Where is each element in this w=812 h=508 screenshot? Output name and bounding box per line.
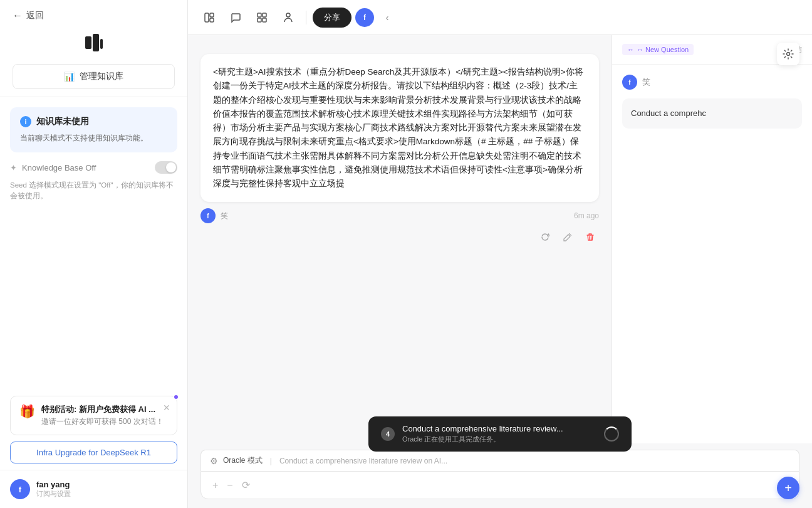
refresh-icon bbox=[541, 233, 549, 241]
main-content: 分享 f ‹ <研究主题>AI搜索技术（重点分析Deep Search及其开源版… bbox=[188, 0, 812, 508]
kb-toggle-switch[interactable] bbox=[155, 161, 177, 174]
user-subtitle: 订阅与设置 bbox=[36, 489, 177, 499]
back-label: 返回 bbox=[26, 10, 44, 21]
progress-toast: 4 Conduct a comprehensive literature rev… bbox=[368, 416, 632, 452]
manage-kb-button[interactable]: 📊 管理知识库 bbox=[13, 64, 175, 89]
svg-rect-9 bbox=[263, 18, 266, 22]
kb-notice-card: i 知识库未使用 当前聊天模式不支持使用知识库功能。 bbox=[10, 107, 177, 152]
promo-icon: 🎁 bbox=[19, 404, 35, 419]
message-user-avatar: f bbox=[200, 208, 216, 223]
manage-kb-label: 管理知识库 bbox=[80, 71, 123, 82]
chat-icon bbox=[230, 12, 241, 23]
toolbar-divider bbox=[306, 11, 306, 24]
logo-area bbox=[13, 31, 175, 54]
sidebar-bottom: f fan yang 订阅与设置 bbox=[0, 470, 187, 508]
settings-icon bbox=[783, 48, 794, 60]
toast-content: Conduct a comprehensive literature revie… bbox=[402, 424, 596, 444]
edit-icon bbox=[563, 233, 572, 241]
svg-rect-3 bbox=[205, 13, 209, 22]
user-name: fan yang bbox=[36, 480, 177, 489]
bottom-bar: ⚙ Oracle 模式 | Conduct a comprehensive li… bbox=[188, 443, 812, 508]
promo-card: 🎁 特别活动: 新用户免费获得 AI ... 邀请一位好友即可获得 500 次对… bbox=[10, 396, 177, 435]
back-button[interactable]: ← 返回 bbox=[13, 10, 175, 21]
upgrade-button[interactable]: Infra Upgrade for DeepSeek R1 bbox=[10, 442, 177, 463]
layout-icon-button[interactable] bbox=[198, 6, 221, 29]
person-icon-button[interactable] bbox=[277, 6, 299, 29]
input-actions-left: + − ⟳ bbox=[210, 478, 252, 492]
toast-spinner bbox=[604, 426, 619, 442]
toast-subtitle: Oracle 正在使用工具完成任务。 bbox=[402, 435, 596, 444]
chat-messages: <研究主题>AI搜索技术（重点分析Deep Search及其开源版本）</研究主… bbox=[200, 54, 599, 261]
message-actions bbox=[200, 228, 599, 246]
chat-icon-button[interactable] bbox=[224, 6, 247, 29]
message-content: <研究主题>AI搜索技术（重点分析Deep Search及其开源版本）</研究主… bbox=[213, 67, 583, 188]
refresh-input-button[interactable]: ⟳ bbox=[239, 478, 252, 492]
kb-toggle-row: ✦ Knowledge Base Off bbox=[0, 152, 187, 174]
toast-number: 4 bbox=[381, 427, 395, 441]
right-panel: ↔ ↔ New Question 结 f 笑 Conduct a compreh… bbox=[612, 35, 812, 508]
sidebar-top: ← 返回 📊 管理知识库 bbox=[0, 0, 187, 97]
kb-notice-desc: 当前聊天模式不支持使用知识库功能。 bbox=[20, 132, 167, 144]
right-panel-body: f 笑 Conduct a comprehc bbox=[612, 65, 812, 508]
sidebar-middle bbox=[0, 202, 187, 386]
user-avatar: f bbox=[10, 479, 30, 499]
svg-rect-1 bbox=[93, 34, 99, 51]
user-message-bubble: <研究主题>AI搜索技术（重点分析Deep Search及其开源版本）</研究主… bbox=[200, 54, 599, 202]
star-icon: ✦ bbox=[10, 163, 17, 172]
grid-icon-button[interactable] bbox=[251, 6, 273, 29]
message-block: <研究主题>AI搜索技术（重点分析Deep Search及其开源版本）</研究主… bbox=[200, 54, 599, 246]
svg-point-11 bbox=[787, 53, 790, 56]
exchange-icon: ↔ bbox=[627, 46, 634, 53]
kb-notice-header: i 知识库未使用 bbox=[20, 116, 167, 127]
remove-input-button[interactable]: − bbox=[224, 479, 235, 492]
toast-title: Conduct a comprehensive literature revie… bbox=[402, 424, 596, 433]
toggle-knob bbox=[166, 162, 176, 172]
back-arrow-icon: ← bbox=[13, 10, 23, 21]
promo-section: 🎁 特别活动: 新用户免费获得 AI ... 邀请一位好友即可获得 500 次对… bbox=[0, 386, 187, 470]
promo-content: 特别活动: 新用户免费获得 AI ... 邀请一位好友即可获得 500 次对话！ bbox=[41, 404, 168, 427]
sidebar: ← 返回 📊 管理知识库 i 知识库未使用 当前聊天模式不支持使用知识库功能。 … bbox=[0, 0, 188, 508]
promo-subtitle: 邀请一位好友即可获得 500 次对话！ bbox=[41, 416, 168, 427]
grid-icon bbox=[256, 12, 268, 23]
layout-icon bbox=[204, 12, 215, 23]
right-message-preview: Conduct a comprehc bbox=[622, 98, 802, 129]
kb-icon: 📊 bbox=[64, 71, 75, 82]
promo-close-button[interactable]: ✕ bbox=[163, 403, 170, 413]
svg-rect-5 bbox=[210, 18, 214, 22]
edit-message-button[interactable] bbox=[559, 228, 576, 246]
add-input-button[interactable]: + bbox=[210, 479, 221, 492]
svg-rect-2 bbox=[100, 39, 103, 49]
toolbar: 分享 f ‹ bbox=[188, 0, 812, 35]
settings-fab-button[interactable] bbox=[777, 43, 799, 65]
svg-rect-8 bbox=[258, 18, 261, 22]
delete-message-button[interactable] bbox=[581, 228, 599, 246]
logo-icon bbox=[83, 31, 105, 54]
svg-rect-7 bbox=[263, 13, 266, 17]
preview-text: Conduct a comprehc bbox=[631, 108, 706, 118]
new-question-badge: ↔ ↔ New Question bbox=[622, 44, 694, 55]
svg-rect-0 bbox=[85, 36, 91, 49]
add-fab-button[interactable]: + bbox=[777, 477, 799, 499]
share-button[interactable]: 分享 bbox=[313, 8, 351, 28]
kb-seed-text: Seed 选择模式现在设置为 "Off"，你的知识库将不会被使用。 bbox=[0, 174, 187, 202]
collapse-panel-button[interactable]: ‹ bbox=[378, 8, 397, 27]
svg-point-10 bbox=[286, 13, 290, 17]
promo-title: 特别活动: 新用户免费获得 AI ... bbox=[41, 404, 168, 415]
promo-dot bbox=[173, 394, 179, 400]
right-user-avatar: f bbox=[622, 75, 637, 90]
message-time: 6m ago bbox=[574, 211, 599, 220]
input-row: + − ⟳ 💡 bbox=[200, 471, 799, 499]
message-user-name: 笑 bbox=[221, 211, 228, 221]
kb-toggle-label: Knowledge Base Off bbox=[22, 163, 150, 172]
delete-icon bbox=[586, 233, 595, 241]
svg-rect-6 bbox=[258, 13, 261, 17]
toolbar-user-avatar: f bbox=[355, 8, 374, 27]
message-meta: f 笑 6m ago bbox=[200, 208, 599, 223]
user-info: fan yang 订阅与设置 bbox=[36, 480, 177, 499]
person-icon bbox=[283, 12, 294, 23]
right-user-name: 笑 bbox=[642, 77, 650, 88]
kb-notice-icon: i bbox=[20, 116, 31, 127]
oracle-mode-label: Oracle 模式 bbox=[223, 455, 263, 466]
kb-notice-title: 知识库未使用 bbox=[36, 116, 89, 127]
refresh-message-button[interactable] bbox=[536, 228, 554, 246]
